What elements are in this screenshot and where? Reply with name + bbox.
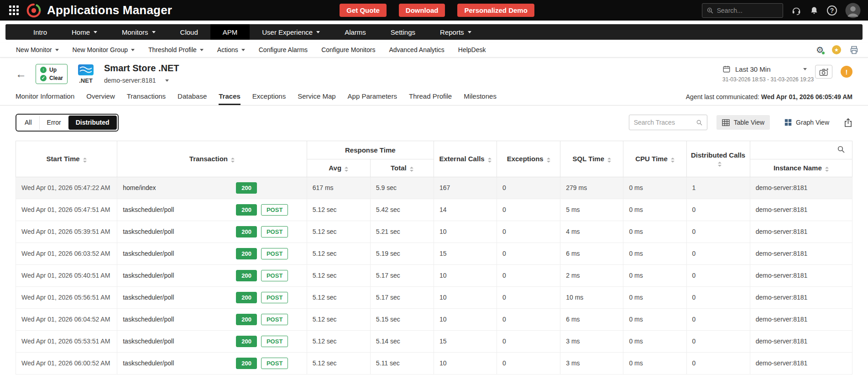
export-share-icon[interactable] bbox=[844, 118, 852, 127]
tab[interactable]: Service Map bbox=[298, 88, 335, 105]
submenu-item[interactable]: HelpDesk bbox=[451, 46, 493, 53]
sort-icon[interactable] bbox=[825, 167, 829, 172]
warning-icon[interactable]: ! bbox=[841, 66, 852, 78]
support-headset-icon[interactable] bbox=[791, 5, 801, 16]
transaction-name[interactable]: taskscheduler/poll bbox=[123, 294, 236, 301]
personalized-demo-button[interactable]: Personalized Demo bbox=[457, 4, 534, 17]
print-icon[interactable] bbox=[849, 45, 859, 55]
health-status[interactable]: ✓ Clear bbox=[40, 75, 63, 81]
nav-item[interactable]: Cloud bbox=[168, 24, 210, 40]
sort-icon[interactable] bbox=[410, 167, 413, 172]
availability-status[interactable]: ↑ Up bbox=[40, 67, 63, 73]
transaction-name[interactable]: taskscheduler/poll bbox=[123, 250, 236, 257]
table-row[interactable]: Wed Apr 01, 2026 05:53:51 AM taskschedul… bbox=[16, 330, 852, 352]
tab[interactable]: Monitor Information bbox=[16, 88, 74, 105]
sort-icon[interactable] bbox=[718, 162, 722, 167]
column-header-transaction[interactable]: Transaction bbox=[117, 141, 307, 177]
trace-filter[interactable]: Distributed bbox=[68, 116, 117, 130]
submenu-item[interactable]: Configure Alarms bbox=[252, 46, 314, 53]
submenu-item[interactable]: Configure Monitors bbox=[314, 46, 382, 53]
status-code-badge: 200 bbox=[236, 292, 257, 303]
table-row[interactable]: Wed Apr 01, 2026 05:56:51 AM taskschedul… bbox=[16, 286, 852, 308]
column-header-total[interactable]: Total bbox=[370, 159, 434, 177]
transaction-name[interactable]: taskscheduler/poll bbox=[123, 338, 236, 345]
column-header-instance-name[interactable]: Instance Name bbox=[750, 159, 852, 177]
download-button[interactable]: Download bbox=[399, 4, 445, 17]
tab[interactable]: Transactions bbox=[127, 88, 166, 105]
submenu-item[interactable]: Actions bbox=[210, 46, 252, 53]
trace-filter[interactable]: All bbox=[17, 116, 39, 130]
trace-filter[interactable]: Error bbox=[39, 116, 68, 130]
sort-icon[interactable] bbox=[231, 158, 235, 163]
trace-search[interactable] bbox=[629, 115, 707, 130]
column-header-distributed-calls[interactable]: Distributed Calls bbox=[686, 141, 750, 177]
transaction-name[interactable]: taskscheduler/poll bbox=[123, 359, 236, 367]
apps-grid-icon[interactable] bbox=[7, 4, 21, 17]
transaction-name[interactable]: taskscheduler/poll bbox=[123, 272, 236, 279]
submenu-item[interactable]: Threshold Profile bbox=[141, 46, 210, 53]
table-row[interactable]: Wed Apr 01, 2026 05:47:51 AM taskschedul… bbox=[16, 199, 852, 221]
nav-item[interactable]: Intro bbox=[21, 24, 59, 40]
nav-item[interactable]: APM bbox=[210, 24, 250, 40]
table-view-toggle[interactable]: Table View bbox=[716, 115, 770, 130]
table-column-search-button[interactable] bbox=[750, 141, 852, 159]
nav-item[interactable]: Settings bbox=[378, 24, 428, 40]
tab[interactable]: Milestones bbox=[464, 88, 497, 105]
tab[interactable]: Overview bbox=[86, 88, 115, 105]
nav-item[interactable]: Alarms bbox=[332, 24, 378, 40]
sort-icon[interactable] bbox=[83, 158, 87, 163]
submenu-item[interactable]: New Monitor Group bbox=[66, 46, 141, 53]
help-icon[interactable]: ? bbox=[827, 5, 837, 16]
cell-transaction: taskscheduler/poll 200 POST bbox=[117, 243, 307, 264]
submenu-item[interactable]: New Monitor bbox=[9, 46, 66, 53]
column-header-sql-time[interactable]: SQL Time bbox=[560, 141, 623, 177]
sort-icon[interactable] bbox=[488, 158, 492, 163]
cell-cpu-time: 0 ms bbox=[623, 286, 686, 308]
notifications-bell-icon[interactable] bbox=[810, 5, 819, 16]
transaction-name[interactable]: taskscheduler/poll bbox=[123, 228, 236, 235]
nav-item[interactable]: Monitors bbox=[110, 24, 168, 40]
table-row[interactable]: Wed Apr 01, 2026 06:04:52 AM taskschedul… bbox=[16, 308, 852, 330]
submenu-item[interactable]: Advanced Analytics bbox=[382, 46, 451, 53]
user-avatar[interactable] bbox=[845, 3, 861, 18]
sort-icon[interactable] bbox=[607, 158, 611, 163]
column-header-avg[interactable]: Avg bbox=[307, 159, 370, 177]
instance-selector[interactable]: demo-server:8181 bbox=[104, 77, 169, 84]
sort-icon[interactable] bbox=[547, 158, 550, 163]
upgrade-icon[interactable]: ★ bbox=[832, 45, 841, 54]
transaction-name[interactable]: home/index bbox=[123, 184, 236, 191]
nav-item[interactable]: User Experience bbox=[250, 24, 332, 40]
global-search[interactable] bbox=[702, 3, 783, 18]
tab[interactable]: Exceptions bbox=[252, 88, 286, 105]
chevron-down-icon bbox=[131, 49, 135, 51]
sort-icon[interactable] bbox=[345, 167, 348, 172]
global-search-input[interactable] bbox=[717, 7, 778, 14]
tab[interactable]: Thread Profile bbox=[409, 88, 452, 105]
column-header-exceptions[interactable]: Exceptions bbox=[497, 141, 560, 177]
settings-gear-icon[interactable]: ⚙ bbox=[816, 46, 824, 54]
table-row[interactable]: Wed Apr 01, 2026 05:47:22 AM home/index … bbox=[16, 177, 852, 199]
trace-search-input[interactable] bbox=[634, 119, 693, 126]
column-header-external-calls[interactable]: External Calls bbox=[434, 141, 497, 177]
table-row[interactable]: Wed Apr 01, 2026 06:03:52 AM taskschedul… bbox=[16, 243, 852, 264]
graph-view-toggle[interactable]: Graph View bbox=[779, 115, 835, 130]
screenshot-camera-button[interactable] bbox=[815, 65, 832, 79]
nav-item[interactable]: Reports bbox=[428, 24, 484, 40]
column-header-start-time[interactable]: Start Time bbox=[16, 141, 117, 177]
table-row[interactable]: Wed Apr 01, 2026 05:39:51 AM taskschedul… bbox=[16, 221, 852, 243]
transaction-name[interactable]: taskscheduler/poll bbox=[123, 206, 236, 213]
cell-exceptions: 0 bbox=[497, 352, 560, 374]
tab[interactable]: Traces bbox=[219, 88, 241, 105]
sort-icon[interactable] bbox=[671, 158, 675, 163]
tab[interactable]: Database bbox=[178, 88, 207, 105]
table-row[interactable]: Wed Apr 01, 2026 05:40:51 AM taskschedul… bbox=[16, 264, 852, 286]
cell-external-calls: 167 bbox=[434, 177, 497, 199]
back-button[interactable]: ← bbox=[16, 69, 26, 79]
time-range-selector[interactable]: Last 30 Min 31-03-2026 18:53 - 31-03-202… bbox=[722, 65, 807, 83]
transaction-name[interactable]: taskscheduler/poll bbox=[123, 316, 236, 323]
column-header-cpu-time[interactable]: CPU Time bbox=[623, 141, 686, 177]
tab[interactable]: App Parameters bbox=[348, 88, 397, 105]
nav-item[interactable]: Home bbox=[59, 24, 110, 40]
table-row[interactable]: Wed Apr 01, 2026 06:00:52 AM taskschedul… bbox=[16, 352, 852, 374]
get-quote-button[interactable]: Get Quote bbox=[340, 4, 387, 17]
